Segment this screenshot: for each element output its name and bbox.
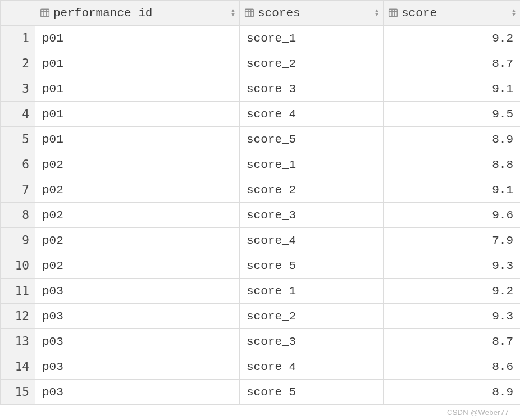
cell-score[interactable]: 8.9: [384, 380, 521, 405]
cell-scores[interactable]: score_1: [240, 152, 384, 177]
cell-scores[interactable]: score_3: [240, 203, 384, 228]
cell-performance-id[interactable]: p01: [35, 76, 240, 102]
cell-score[interactable]: 9.3: [384, 304, 521, 329]
cell-performance-id[interactable]: p01: [35, 51, 240, 76]
cell-performance-id[interactable]: p03: [35, 354, 240, 380]
cell-scores[interactable]: score_5: [240, 127, 384, 152]
cell-scores[interactable]: score_3: [240, 329, 384, 354]
cell-scores[interactable]: score_4: [240, 354, 384, 380]
table-row[interactable]: 14p03score_48.6: [1, 354, 521, 380]
cell-score[interactable]: 7.9: [384, 228, 521, 253]
cell-scores[interactable]: score_5: [240, 253, 384, 279]
cell-score[interactable]: 9.2: [384, 279, 521, 304]
table-row[interactable]: 7p02score_29.1: [1, 177, 521, 203]
table-column-icon: [40, 8, 50, 18]
header-row: performance_id: [1, 1, 521, 26]
cell-score[interactable]: 8.7: [384, 329, 521, 354]
table-row[interactable]: 11p03score_19.2: [1, 279, 521, 304]
cell-performance-id[interactable]: p03: [35, 304, 240, 329]
table-body: 1p01score_19.22p01score_28.73p01score_39…: [1, 26, 521, 405]
row-number: 13: [1, 329, 35, 354]
cell-score[interactable]: 8.8: [384, 152, 521, 177]
sort-icon[interactable]: [372, 9, 378, 17]
table-row[interactable]: 5p01score_58.9: [1, 127, 521, 152]
row-number: 14: [1, 354, 35, 380]
cell-performance-id[interactable]: p01: [35, 26, 240, 51]
sort-icon[interactable]: [509, 9, 516, 17]
row-number: 15: [1, 380, 35, 405]
table-row[interactable]: 3p01score_39.1: [1, 76, 521, 102]
table-row[interactable]: 2p01score_28.7: [1, 51, 521, 76]
table-row[interactable]: 6p02score_18.8: [1, 152, 521, 177]
header-label: scores: [258, 7, 300, 20]
cell-performance-id[interactable]: p01: [35, 102, 240, 127]
row-number: 6: [1, 152, 35, 177]
cell-score[interactable]: 8.7: [384, 51, 521, 76]
header-label: performance_id: [53, 7, 152, 20]
header-rownum: [1, 1, 35, 26]
cell-scores[interactable]: score_5: [240, 380, 384, 405]
table-column-icon: [388, 8, 398, 18]
header-performance-id[interactable]: performance_id: [35, 1, 240, 26]
svg-rect-8: [389, 9, 398, 17]
cell-score[interactable]: 9.1: [384, 177, 521, 203]
cell-scores[interactable]: score_4: [240, 102, 384, 127]
watermark: CSDN @Weber77: [447, 408, 509, 417]
row-number: 9: [1, 228, 35, 253]
table-row[interactable]: 12p03score_29.3: [1, 304, 521, 329]
data-table: performance_id: [0, 0, 520, 405]
row-number: 8: [1, 203, 35, 228]
table-row[interactable]: 10p02score_59.3: [1, 253, 521, 279]
row-number: 2: [1, 51, 35, 76]
table-row[interactable]: 8p02score_39.6: [1, 203, 521, 228]
svg-rect-0: [41, 9, 49, 17]
cell-scores[interactable]: score_2: [240, 51, 384, 76]
cell-scores[interactable]: score_2: [240, 177, 384, 203]
row-number: 3: [1, 76, 35, 102]
row-number: 5: [1, 127, 35, 152]
cell-performance-id[interactable]: p02: [35, 253, 240, 279]
sort-icon[interactable]: [228, 9, 235, 17]
cell-scores[interactable]: score_4: [240, 228, 384, 253]
table-row[interactable]: 1p01score_19.2: [1, 26, 521, 51]
table-row[interactable]: 15p03score_58.9: [1, 380, 521, 405]
row-number: 7: [1, 177, 35, 203]
table-row[interactable]: 4p01score_49.5: [1, 102, 521, 127]
cell-performance-id[interactable]: p03: [35, 380, 240, 405]
cell-score[interactable]: 9.5: [384, 102, 521, 127]
row-number: 11: [1, 279, 35, 304]
table-row[interactable]: 9p02score_47.9: [1, 228, 521, 253]
table-column-icon: [244, 8, 254, 18]
cell-score[interactable]: 9.6: [384, 203, 521, 228]
cell-score[interactable]: 8.6: [384, 354, 521, 380]
cell-score[interactable]: 9.2: [384, 26, 521, 51]
cell-performance-id[interactable]: p02: [35, 203, 240, 228]
table-row[interactable]: 13p03score_38.7: [1, 329, 521, 354]
cell-score[interactable]: 9.3: [384, 253, 521, 279]
cell-score[interactable]: 8.9: [384, 127, 521, 152]
cell-scores[interactable]: score_1: [240, 26, 384, 51]
cell-performance-id[interactable]: p03: [35, 329, 240, 354]
cell-score[interactable]: 9.1: [384, 76, 521, 102]
cell-scores[interactable]: score_1: [240, 279, 384, 304]
row-number: 4: [1, 102, 35, 127]
row-number: 12: [1, 304, 35, 329]
cell-scores[interactable]: score_2: [240, 304, 384, 329]
cell-performance-id[interactable]: p02: [35, 177, 240, 203]
header-score[interactable]: score: [384, 1, 521, 26]
cell-performance-id[interactable]: p03: [35, 279, 240, 304]
header-scores[interactable]: scores: [240, 1, 384, 26]
row-number: 10: [1, 253, 35, 279]
svg-rect-4: [245, 9, 254, 17]
header-label: score: [402, 7, 437, 20]
cell-performance-id[interactable]: p02: [35, 228, 240, 253]
cell-performance-id[interactable]: p02: [35, 152, 240, 177]
row-number: 1: [1, 26, 35, 51]
cell-scores[interactable]: score_3: [240, 76, 384, 102]
cell-performance-id[interactable]: p01: [35, 127, 240, 152]
